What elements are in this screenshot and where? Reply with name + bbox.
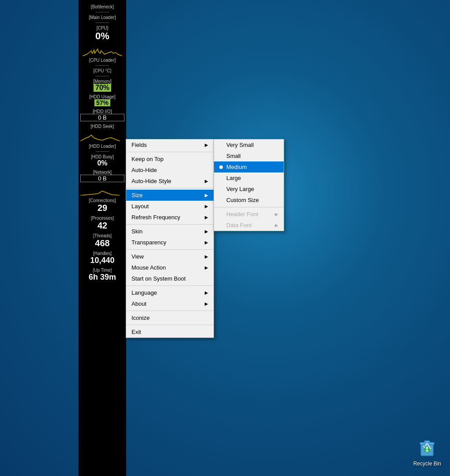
menu-sep-1 bbox=[126, 152, 214, 152]
about-arrow: ▶ bbox=[205, 301, 208, 306]
network-label: [Network] bbox=[80, 170, 124, 175]
connections-value: 29 bbox=[80, 203, 124, 213]
processes-value: 42 bbox=[80, 221, 124, 231]
auto-hide-style-arrow: ▶ bbox=[205, 179, 208, 184]
cpu-graph bbox=[82, 44, 122, 56]
hddbusy-label: [HDD Busy] bbox=[80, 154, 124, 159]
hddusage-value: 57% bbox=[94, 99, 110, 106]
hddloader-item: [HDD Loader] bbox=[80, 143, 124, 150]
threads-label: [Threads] bbox=[80, 233, 124, 238]
menu-sep-4 bbox=[126, 249, 214, 250]
menu-view[interactable]: View ▶ bbox=[126, 251, 214, 262]
fields-arrow: ▶ bbox=[205, 142, 208, 147]
menu-size[interactable]: Size ▶ bbox=[126, 190, 214, 201]
size-medium[interactable]: Medium bbox=[214, 161, 284, 172]
divider-1 bbox=[96, 12, 109, 12]
threads-item: [Threads] 468 bbox=[80, 232, 124, 249]
hddusage-item: [HDD Usage] 57% bbox=[80, 94, 124, 107]
skin-arrow: ▶ bbox=[205, 229, 208, 234]
memory-label: [Memory] bbox=[80, 79, 124, 84]
bottleneck-label: [Bottleneck] bbox=[80, 4, 124, 9]
refresh-arrow: ▶ bbox=[205, 215, 208, 220]
size-submenu: Very Small Small Medium Large Very Large… bbox=[214, 139, 284, 231]
menu-language[interactable]: Language ▶ bbox=[126, 287, 214, 298]
menu-exit[interactable]: Exit bbox=[126, 326, 214, 337]
menu-skin[interactable]: Skin ▶ bbox=[126, 226, 214, 237]
processes-label: [Processes] bbox=[80, 216, 124, 221]
cpu-item: [CPU] 0% bbox=[80, 25, 124, 43]
menu-sep-5 bbox=[126, 285, 214, 286]
uptime-label: [Up Time] bbox=[80, 268, 124, 273]
submenu-sep-1 bbox=[214, 207, 284, 207]
handles-value: 10,440 bbox=[80, 256, 124, 265]
menu-keep-on-top[interactable]: Keep on Top bbox=[126, 154, 214, 165]
network-value: 0 B bbox=[80, 175, 124, 182]
menu-fields[interactable]: Fields ▶ bbox=[126, 139, 214, 150]
hddio-item: [HDD I/O] 0 B bbox=[80, 108, 124, 122]
bottleneck-item: [Bottleneck] bbox=[80, 4, 124, 10]
hddio-value: 0 B bbox=[80, 114, 124, 121]
cpuc-item: [CPU °C] bbox=[80, 67, 124, 74]
size-custom[interactable]: Custom Size bbox=[214, 195, 284, 206]
hddseek-item: [HDD Seek] bbox=[80, 123, 124, 142]
memory-item: [Memory] 70% bbox=[80, 78, 124, 93]
menu-iconize[interactable]: Iconize bbox=[126, 312, 214, 323]
menu-sep-7 bbox=[126, 325, 214, 325]
connections-item: [Connections] 29 bbox=[80, 197, 124, 214]
memory-value: 70% bbox=[94, 84, 111, 92]
size-arrow: ▶ bbox=[205, 193, 208, 198]
cpuloader-item: [CPU Loader] bbox=[80, 57, 124, 64]
uptime-value: 6h 39m bbox=[80, 273, 124, 282]
menu-auto-hide[interactable]: Auto-Hide bbox=[126, 165, 214, 176]
size-large[interactable]: Large bbox=[214, 172, 284, 184]
cpuc-label: [CPU °C] bbox=[80, 68, 124, 73]
recycle-bin-label: Recycle Bin bbox=[413, 461, 441, 467]
mainloader-label: [Main Loader] bbox=[80, 15, 124, 20]
hddbusy-value: 0% bbox=[80, 159, 124, 167]
svg-rect-2 bbox=[424, 441, 430, 443]
hddseek-graph bbox=[80, 129, 120, 141]
layout-arrow: ▶ bbox=[205, 204, 208, 209]
data-font-arrow: ▶ bbox=[275, 223, 278, 228]
mouse-action-arrow: ▶ bbox=[205, 265, 208, 270]
connections-label: [Connections] bbox=[80, 198, 124, 203]
processes-item: [Processes] 42 bbox=[80, 215, 124, 232]
size-very-small[interactable]: Very Small bbox=[214, 139, 284, 150]
header-font-arrow: ▶ bbox=[275, 212, 278, 217]
menu-start-on-boot[interactable]: Start on System Boot bbox=[126, 273, 214, 284]
mainloader-item: [Main Loader] bbox=[80, 14, 124, 21]
threads-value: 468 bbox=[80, 238, 124, 248]
desktop: [Bottleneck] [Main Loader] [CPU] 0% [CPU… bbox=[0, 0, 450, 476]
medium-dot bbox=[219, 165, 223, 169]
cpuloader-label: [CPU Loader] bbox=[80, 58, 124, 63]
size-small[interactable]: Small bbox=[214, 150, 284, 161]
menu-auto-hide-style[interactable]: Auto-Hide Style ▶ bbox=[126, 176, 214, 187]
menu-about[interactable]: About ▶ bbox=[126, 298, 214, 309]
recycle-bin-icon bbox=[416, 436, 438, 457]
menu-refresh-frequency[interactable]: Refresh Frequency ▶ bbox=[126, 212, 214, 223]
context-menu: Fields ▶ Keep on Top Auto-Hide Auto-Hide… bbox=[126, 139, 214, 338]
menu-transparency[interactable]: Transparency ▶ bbox=[126, 237, 214, 248]
size-data-font[interactable]: Data Font ▶ bbox=[214, 220, 284, 231]
hddusage-label: [HDD Usage] bbox=[80, 94, 124, 99]
uptime-item: [Up Time] 6h 39m bbox=[80, 267, 124, 283]
cpu-value: 0% bbox=[80, 30, 124, 42]
hddio-label: [HDD I/O] bbox=[80, 109, 124, 114]
recycle-bin[interactable]: Recycle Bin bbox=[413, 436, 441, 467]
menu-sep-3 bbox=[126, 224, 214, 225]
divider-5 bbox=[96, 151, 109, 152]
menu-layout[interactable]: Layout ▶ bbox=[126, 201, 214, 212]
hddbusy-item: [HDD Busy] 0% bbox=[80, 154, 124, 168]
hddloader-label: [HDD Loader] bbox=[80, 144, 124, 149]
cpu-label: [CPU] bbox=[80, 26, 124, 30]
size-very-large[interactable]: Very Large bbox=[214, 184, 284, 195]
transparency-arrow: ▶ bbox=[205, 240, 208, 245]
hddseek-label: [HDD Seek] bbox=[80, 124, 124, 129]
view-arrow: ▶ bbox=[205, 254, 208, 259]
handles-item: [Handles] 10,440 bbox=[80, 250, 124, 266]
sidebar-widget: [Bottleneck] [Main Loader] [CPU] 0% [CPU… bbox=[79, 0, 126, 476]
divider-2 bbox=[96, 22, 109, 23]
handles-label: [Handles] bbox=[80, 251, 124, 256]
menu-mouse-action[interactable]: Mouse Action ▶ bbox=[126, 262, 214, 273]
size-header-font[interactable]: Header Font ▶ bbox=[214, 209, 284, 220]
